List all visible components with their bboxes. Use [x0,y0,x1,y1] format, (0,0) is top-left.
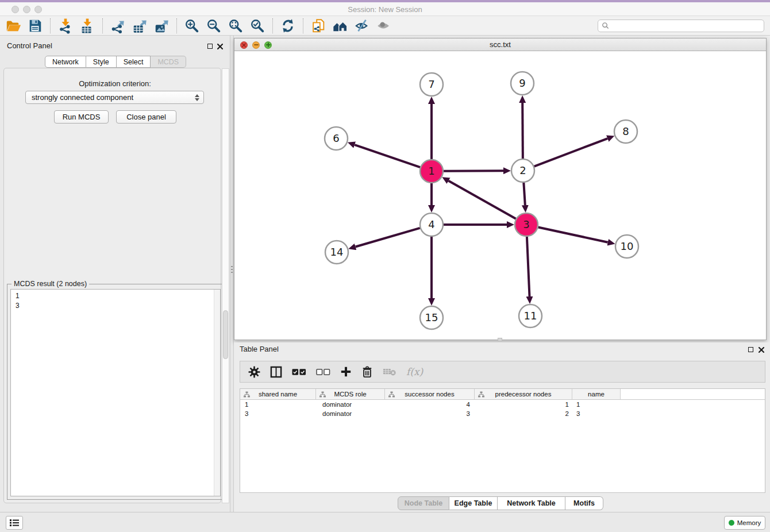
cell-successor-nodes[interactable]: 3 [385,409,475,418]
network-window-title: scc.txt [234,40,766,49]
criterion-dropdown[interactable]: strongly connected component [25,91,204,104]
scrollbar-handle[interactable] [223,310,228,359]
search-input[interactable] [609,21,764,31]
toolbar-separator [303,18,303,33]
graph-edge-3-11[interactable] [527,237,530,296]
graph-edge-2-9[interactable] [522,103,523,159]
cell-shared-name[interactable]: 1 [240,400,316,409]
network-canvas[interactable]: 1234678910111415 [234,51,766,340]
main-toolbar [0,16,770,36]
tab-select[interactable]: Select [117,56,151,68]
select-all-icon[interactable] [292,368,306,376]
graph-node-label: 9 [519,77,525,89]
graph-edge-4-14[interactable] [356,228,420,247]
table-row[interactable]: 3 dominator 3 2 3 [240,409,765,418]
status-bar: Memory [0,512,770,532]
graph-node-label: 4 [428,218,434,230]
tab-motifs[interactable]: Motifs [565,496,603,510]
first-neighbors-icon[interactable] [329,17,351,34]
tab-node-table[interactable]: Node Table [398,496,449,510]
zoom-selected-icon[interactable] [247,17,268,34]
zoom-out-icon[interactable] [203,17,225,34]
cell-name[interactable]: 3 [572,409,621,418]
optimization-criterion-label: Optimization criterion: [0,79,230,88]
close-table-panel-icon[interactable] [759,347,764,353]
toggle-panel-icon[interactable] [270,366,282,378]
add-column-icon[interactable] [340,366,352,377]
cell-shared-name[interactable]: 3 [240,409,316,418]
float-panel-icon[interactable] [207,44,213,49]
toolbar-separator [176,18,177,33]
refresh-icon[interactable] [277,17,299,34]
float-table-panel-icon[interactable] [748,347,753,352]
run-mcds-button[interactable]: Run MCDS [54,110,109,124]
graph-node-label: 14 [330,246,344,258]
open-session-icon[interactable] [2,17,24,34]
toolbar-separator [272,18,273,33]
column-header-successor-nodes[interactable]: successor nodes [385,389,475,400]
graph-node-label: 8 [622,125,629,137]
control-panel-title: Control Panel [7,41,52,50]
export-image-icon[interactable] [151,17,172,34]
tab-edge-table[interactable]: Edge Table [449,496,498,510]
mcds-result-title: MCDS result (2 nodes) [11,280,89,288]
node-table: shared name MCDS role successor nodes pr… [240,388,765,493]
control-panel-scrollbar[interactable] [222,68,229,503]
tab-network-table[interactable]: Network Table [498,496,565,510]
hide-selected-icon[interactable] [351,17,373,34]
memory-label: Memory [737,519,761,526]
deselect-all-icon[interactable] [316,368,330,376]
column-header-mcds-role[interactable]: MCDS role [316,389,385,400]
toolbar-search[interactable] [598,20,764,32]
zoom-fit-icon[interactable] [225,17,247,34]
graph-edge-2-8[interactable] [534,138,608,166]
show-all-icon[interactable] [373,17,395,34]
export-table-icon[interactable] [129,17,151,34]
delete-columns-icon[interactable] [361,366,373,378]
horizontal-split-handle[interactable] [498,338,502,341]
save-session-icon[interactable] [24,17,46,34]
import-network-icon[interactable] [55,17,76,34]
zoom-in-icon[interactable] [181,17,203,34]
close-panel-icon[interactable] [217,44,223,49]
duplicate-network-icon[interactable] [307,17,329,34]
graph-edge-3-10[interactable] [538,227,608,242]
cell-name[interactable]: 1 [572,400,621,409]
close-panel-button[interactable]: Close panel [116,110,176,124]
function-builder-icon[interactable]: f(x) [406,366,423,377]
toolbar-separator [102,18,103,33]
graph-edge-1-2[interactable] [444,171,503,171]
column-hierarchy-icon [244,391,250,399]
table-settings-icon[interactable] [248,366,260,378]
session-title: Session: New Session [0,5,770,14]
graph-edge-3-1[interactable] [449,181,516,219]
cell-predecessor-nodes[interactable]: 2 [475,409,572,418]
column-header-name[interactable]: name [572,389,621,400]
cell-predecessor-nodes[interactable]: 1 [475,400,572,409]
graph-edge-2-3[interactable] [523,183,525,205]
cell-mcds-role[interactable]: dominator [316,409,385,418]
table-row[interactable]: 1 dominator 4 1 1 [240,400,765,409]
graph-node-label: 7 [428,78,434,90]
tab-style[interactable]: Style [86,56,117,68]
column-header-shared-name[interactable]: shared name [240,389,316,400]
criterion-value: strongly connected component [32,93,133,102]
split-divider[interactable] [230,36,234,512]
column-header-predecessor-nodes[interactable]: predecessor nodes [475,389,572,400]
delete-table-icon[interactable] [383,367,396,376]
cell-mcds-role[interactable]: dominator [316,400,385,409]
mcds-result-text[interactable]: 1 3 [10,289,221,496]
result-scrollbar[interactable] [214,290,220,496]
import-table-icon[interactable] [76,17,98,34]
graph-edge-1-6[interactable] [355,145,420,167]
cell-successor-nodes[interactable]: 4 [385,400,475,409]
tab-network[interactable]: Network [45,56,86,68]
memory-button[interactable]: Memory [724,516,765,530]
network-window-titlebar[interactable]: scc.txt [234,38,766,51]
toolbar-separator [50,18,51,33]
task-history-button[interactable] [6,516,23,530]
tab-mcds[interactable]: MCDS [151,56,186,68]
result-line: 1 [16,291,220,301]
graph-node-label: 10 [621,240,634,252]
export-network-icon[interactable] [107,17,129,34]
